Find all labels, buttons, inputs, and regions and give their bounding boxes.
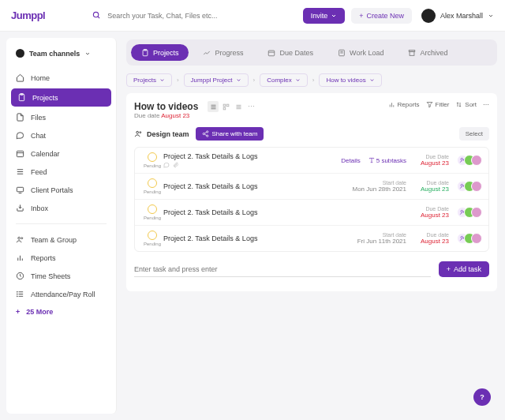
users-icon [134, 129, 143, 138]
workload-icon [337, 48, 346, 57]
file-icon [16, 113, 24, 122]
tab-progress[interactable]: Progress [193, 44, 253, 61]
task-title: Project 2. Task Details & Logs [163, 234, 257, 242]
sidebar-item-label: Inbox [31, 204, 48, 212]
invite-button[interactable]: Invite [303, 8, 346, 24]
task-title: Project 2. Task Details & Logs [163, 182, 257, 190]
tabs: Projects Progress Due Dates Work Load Ar… [126, 39, 497, 66]
reports-button[interactable]: Reports [388, 101, 420, 108]
add-task-button[interactable]: + Add task [439, 261, 489, 277]
team-switcher[interactable]: Team channels [6, 49, 116, 58]
status-ring-icon [148, 204, 157, 214]
chevron-right-icon: › [312, 77, 315, 84]
sidebar-item-feed[interactable]: Feed [6, 163, 116, 181]
portal-icon [16, 186, 24, 194]
archive-icon [407, 48, 416, 57]
breadcrumb[interactable]: Complex [260, 73, 308, 87]
svg-rect-24 [268, 51, 275, 56]
task-title: Project 2. Task Details & Logs [163, 208, 257, 216]
svg-point-49 [206, 135, 208, 137]
avatar [421, 9, 436, 23]
tab-workload[interactable]: Work Load [327, 44, 393, 61]
sidebar-item-chat[interactable]: Chat [6, 126, 116, 144]
search-input[interactable] [107, 12, 302, 20]
task-row[interactable]: Pending Project 2. Task Details & Logs D… [135, 148, 488, 174]
sort-button[interactable]: Sort [455, 101, 477, 108]
breadcrumb[interactable]: Jumppl Project [184, 73, 249, 87]
sidebar-item-home[interactable]: Home [6, 69, 116, 87]
feed-icon [16, 167, 24, 176]
sidebar-item-attendance[interactable]: Attendance/Pay Roll [6, 285, 116, 303]
svg-line-50 [204, 132, 207, 133]
view-list-icon[interactable] [208, 101, 219, 112]
sidebar-more[interactable]: + 25 More [6, 303, 116, 321]
progress-icon [203, 48, 211, 57]
sidebar-item-reports[interactable]: Reports [6, 249, 116, 267]
svg-point-48 [203, 133, 204, 134]
svg-point-47 [206, 131, 208, 133]
details-link[interactable]: Details [341, 157, 360, 164]
sidebar-item-client-portals[interactable]: Client Portals [6, 181, 116, 199]
plus-icon: + [359, 12, 363, 20]
select-button[interactable]: Select [459, 127, 489, 141]
view-board-icon[interactable] [220, 101, 231, 112]
share-button[interactable]: Share with team [196, 127, 264, 141]
more-icon[interactable]: ⋯ [245, 101, 256, 112]
svg-rect-34 [223, 104, 226, 107]
content-card: How to videos Due date August 23 ⋯ Repor… [126, 93, 497, 291]
sidebar-item-label: Chat [31, 132, 46, 140]
assignees[interactable] [457, 233, 482, 244]
help-fab[interactable]: ? [473, 388, 491, 406]
svg-line-1 [98, 17, 99, 18]
start-value: Fri Jun 11th 2021 [357, 238, 406, 245]
task-row[interactable]: Pending Project 2. Task Details & Logs S… [135, 174, 488, 200]
search[interactable] [92, 11, 302, 20]
svg-rect-9 [17, 187, 23, 192]
more-button[interactable]: ⋯ [483, 101, 489, 108]
svg-point-46 [140, 132, 141, 133]
tab-due-dates[interactable]: Due Dates [258, 44, 324, 61]
task-title: Project 2. Task Details & Logs [163, 152, 257, 160]
assignees[interactable] [457, 181, 482, 192]
svg-rect-4 [17, 151, 23, 156]
tab-projects[interactable]: Projects [131, 44, 189, 61]
sidebar-item-team-group[interactable]: Team & Group [6, 231, 116, 249]
sidebar-item-projects[interactable]: Projects [11, 88, 111, 107]
chevron-down-icon [84, 51, 91, 57]
sidebar-item-label: Home [31, 74, 50, 82]
subtasks-link[interactable]: 5 subtasks [368, 157, 406, 164]
home-icon [16, 73, 24, 82]
due-value: August 23 [414, 186, 449, 193]
chevron-right-icon: › [177, 77, 179, 84]
chevron-down-icon [331, 13, 337, 19]
view-compact-icon[interactable] [233, 101, 244, 112]
sidebar-item-files[interactable]: Files [6, 108, 116, 126]
svg-marker-44 [427, 103, 432, 107]
svg-point-19 [17, 291, 17, 292]
avatar [471, 181, 482, 192]
tab-archived[interactable]: Archived [398, 44, 457, 61]
filter-button[interactable]: Fitler [426, 101, 450, 108]
task-row[interactable]: Pending Project 2. Task Details & Logs S… [135, 226, 488, 251]
comment-icon [163, 162, 170, 168]
due-value: August 23 [414, 238, 449, 245]
task-row[interactable]: Pending Project 2. Task Details & Logs D… [135, 200, 488, 226]
due-value: August 23 [414, 212, 449, 219]
chevron-down-icon [488, 13, 494, 19]
avatar [471, 233, 482, 244]
svg-rect-30 [410, 51, 414, 55]
share-icon [202, 130, 209, 137]
assignees[interactable] [457, 155, 482, 166]
new-task-input[interactable] [134, 262, 431, 277]
breadcrumb[interactable]: How to videos [319, 73, 381, 87]
due-value: August 23 [414, 159, 449, 167]
sidebar-item-inbox[interactable]: Inbox [6, 199, 116, 217]
sidebar-item-timesheets[interactable]: Time Sheets [6, 267, 116, 285]
svg-point-21 [17, 296, 17, 297]
sidebar-item-calendar[interactable]: Calendar [6, 144, 116, 163]
status-label: Pending [141, 189, 163, 194]
user-menu[interactable]: Alex Marshall [421, 9, 494, 23]
breadcrumb[interactable]: Projects [126, 73, 172, 87]
assignees[interactable] [457, 207, 482, 218]
create-new-button[interactable]: + Create New [351, 8, 412, 24]
